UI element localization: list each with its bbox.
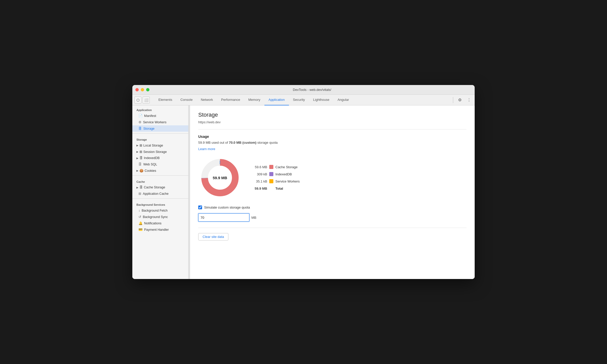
app-cache-icon: ⊞ bbox=[138, 192, 141, 196]
sidebar-item-payment-handler[interactable]: 💳 Payment Handler bbox=[132, 226, 188, 233]
sidebar-item-service-workers[interactable]: ⚙ Service Workers bbox=[132, 119, 188, 125]
quota-input-area: MB bbox=[198, 213, 466, 222]
legend-item-total: 59.9 MB Total bbox=[252, 186, 300, 190]
sidebar-item-session-storage[interactable]: ▶ ⊞ Session Storage bbox=[132, 149, 188, 155]
legend-indexeddb-name: IndexedDB bbox=[275, 172, 292, 176]
legend-cache-value: 59.6 MB bbox=[252, 165, 267, 169]
donut-label: 59.9 MB bbox=[213, 176, 227, 180]
expand-arrow-icon: ▶ bbox=[136, 169, 138, 172]
tab-elements[interactable]: Elements bbox=[154, 95, 176, 105]
clear-site-data-button[interactable]: Clear site data bbox=[198, 233, 228, 240]
chart-legend: 59.6 MB Cache Storage 309 kB IndexedDB 3… bbox=[252, 165, 300, 190]
sidebar-item-label: Cookies bbox=[145, 169, 156, 173]
expand-arrow-icon: ▶ bbox=[136, 157, 138, 160]
devtools-window: DevTools - web.dev/vitals/ ⬡ ⬜ Elements … bbox=[132, 85, 475, 279]
cache-storage-icon: 🗄 bbox=[139, 186, 143, 189]
tab-application[interactable]: Application bbox=[264, 95, 289, 105]
legend-cache-color bbox=[269, 165, 273, 169]
quota-input[interactable] bbox=[198, 213, 249, 222]
session-storage-icon: ⊞ bbox=[139, 150, 142, 154]
more-icon[interactable]: ⋮ bbox=[465, 96, 473, 104]
settings-icon[interactable]: ⚙ bbox=[456, 96, 463, 104]
sidebar-item-web-sql[interactable]: 🗄 Web SQL bbox=[132, 161, 188, 167]
sidebar-item-manifest[interactable]: 📄 Manifest bbox=[132, 113, 188, 119]
tab-security[interactable]: Security bbox=[289, 95, 309, 105]
sidebar-item-label: Manifest bbox=[144, 114, 156, 118]
sidebar-divider-1 bbox=[132, 133, 188, 134]
tab-lighthouse[interactable]: Lighthouse bbox=[309, 95, 334, 105]
legend-total-spacer bbox=[269, 186, 273, 190]
sidebar-item-label: Service Workers bbox=[143, 120, 166, 124]
tab-performance[interactable]: Performance bbox=[217, 95, 244, 105]
cookies-icon: 🍪 bbox=[139, 169, 144, 173]
legend-indexeddb-color bbox=[269, 172, 273, 176]
sidebar-section-bg-services: Background Services bbox=[132, 200, 188, 207]
legend-item-indexeddb: 309 kB IndexedDB bbox=[252, 172, 300, 176]
usage-text-before: 59.9 MB used out of bbox=[198, 141, 229, 144]
usage-text: 59.9 MB used out of 70.0 MB (custom) sto… bbox=[198, 141, 466, 144]
tab-bar: Elements Console Network Performance Mem… bbox=[154, 95, 451, 105]
manifest-icon: 📄 bbox=[138, 114, 143, 118]
sidebar-item-label: Application Cache bbox=[143, 192, 169, 196]
sidebar-item-label: Cache Storage bbox=[144, 186, 165, 189]
sidebar-section-cache: Cache bbox=[132, 177, 188, 184]
sidebar-item-label: Notifications bbox=[144, 222, 161, 225]
chart-area: 59.9 MB 59.6 MB Cache Storage 309 kB Ind… bbox=[198, 156, 466, 199]
expand-arrow-icon: ▶ bbox=[136, 186, 138, 189]
traffic-lights bbox=[135, 88, 149, 91]
tab-network[interactable]: Network bbox=[197, 95, 217, 105]
usage-text-after: storage quota bbox=[256, 141, 278, 144]
legend-total-value: 59.9 MB bbox=[252, 187, 267, 190]
usage-section: Usage 59.9 MB used out of 70.0 MB (custo… bbox=[198, 135, 466, 222]
sidebar-item-cache-storage[interactable]: ▶ 🗄 Cache Storage bbox=[132, 184, 188, 190]
legend-total-name: Total bbox=[275, 187, 283, 190]
donut-chart: 59.9 MB bbox=[198, 156, 242, 199]
sidebar-item-label: Payment Handler bbox=[144, 228, 169, 232]
sidebar-item-label: IndexedDB bbox=[144, 156, 160, 160]
sidebar-item-notifications[interactable]: 🔔 Notifications bbox=[132, 220, 188, 226]
sidebar-item-bg-fetch[interactable]: ↕ Background Fetch bbox=[132, 207, 188, 214]
sidebar-item-cookies[interactable]: ▶ 🍪 Cookies bbox=[132, 167, 188, 174]
sidebar-divider-2 bbox=[132, 175, 188, 176]
usage-title: Usage bbox=[198, 135, 466, 139]
section-divider-2 bbox=[198, 228, 466, 228]
legend-sw-color bbox=[269, 179, 273, 183]
sidebar-item-bg-sync[interactable]: ↺ Background Sync bbox=[132, 214, 188, 220]
tab-console[interactable]: Console bbox=[176, 95, 197, 105]
toolbar-divider bbox=[453, 97, 453, 103]
sidebar-item-storage[interactable]: 🗄 Storage bbox=[132, 125, 188, 132]
sidebar-section-application: Application bbox=[132, 105, 188, 113]
main-area: Application 📄 Manifest ⚙ Service Workers… bbox=[132, 105, 475, 279]
simulate-quota-label[interactable]: Simulate custom storage quota bbox=[204, 205, 250, 209]
cursor-icon[interactable]: ⬡ bbox=[134, 96, 142, 104]
sidebar-item-label: Local Storage bbox=[143, 144, 163, 147]
minimize-button[interactable] bbox=[141, 88, 144, 91]
legend-indexeddb-value: 309 kB bbox=[252, 172, 267, 176]
storage-icon: 🗄 bbox=[138, 127, 142, 130]
sidebar-item-indexeddb[interactable]: ▶ 🗄 IndexedDB bbox=[132, 155, 188, 161]
legend-sw-value: 35.1 kB bbox=[252, 179, 267, 183]
learn-more-link[interactable]: Learn more bbox=[198, 147, 215, 151]
indexeddb-icon: 🗄 bbox=[139, 156, 143, 160]
expand-arrow-icon: ▶ bbox=[136, 144, 138, 147]
service-workers-icon: ⚙ bbox=[138, 120, 142, 124]
close-button[interactable] bbox=[135, 88, 139, 91]
tab-memory[interactable]: Memory bbox=[244, 95, 264, 105]
sidebar-section-storage: Storage bbox=[132, 135, 188, 142]
tab-angular[interactable]: Angular bbox=[333, 95, 353, 105]
sidebar-item-label: Background Fetch bbox=[142, 209, 168, 212]
toolbar: ⬡ ⬜ Elements Console Network Performance… bbox=[132, 95, 475, 105]
inspect-icon[interactable]: ⬜ bbox=[143, 96, 150, 104]
titlebar: DevTools - web.dev/vitals/ bbox=[132, 85, 475, 95]
maximize-button[interactable] bbox=[146, 88, 149, 91]
sidebar-divider-3 bbox=[132, 198, 188, 199]
section-divider-1 bbox=[198, 129, 466, 129]
sidebar-item-local-storage[interactable]: ▶ ⊞ Local Storage bbox=[132, 142, 188, 149]
sidebar-item-app-cache[interactable]: ⊞ Application Cache bbox=[132, 190, 188, 197]
simulate-quota-checkbox[interactable] bbox=[198, 205, 202, 209]
sidebar-item-label: Background Sync bbox=[143, 215, 168, 219]
usage-bold: 70.0 MB (custom) bbox=[229, 141, 256, 144]
notifications-icon: 🔔 bbox=[138, 221, 143, 225]
bg-sync-icon: ↺ bbox=[138, 215, 141, 219]
sidebar-item-label: Web SQL bbox=[143, 163, 157, 166]
